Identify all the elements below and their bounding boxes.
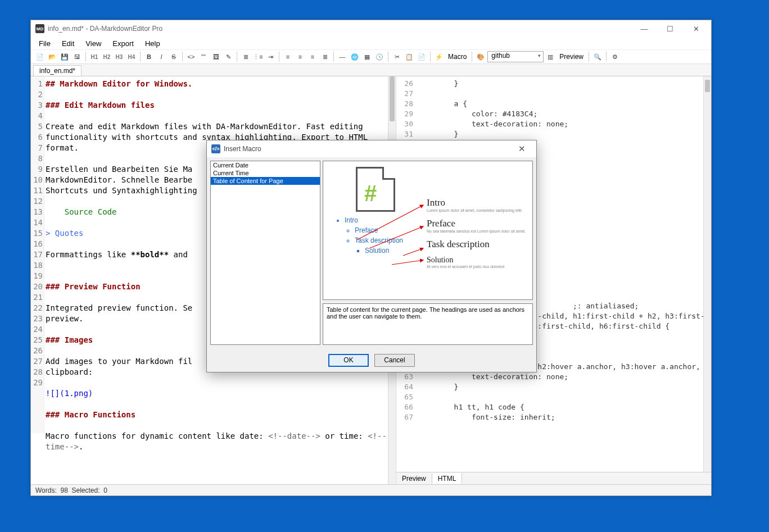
italic-button[interactable]: I — [156, 51, 167, 62]
align-center-icon[interactable]: ≡ — [295, 51, 306, 62]
separator — [430, 52, 431, 62]
macro-list[interactable]: Current DateCurrent TimeTable of Content… — [210, 161, 320, 345]
new-file-icon[interactable]: 📄 — [34, 51, 46, 62]
file-tabs: info_en.md* — [31, 64, 711, 76]
subtext-intro: Lorem ipsum dolor sit amet, consetetur s… — [427, 208, 528, 212]
preview-label[interactable]: Preview — [557, 53, 586, 61]
theme-select[interactable]: github — [487, 51, 544, 62]
macro-list-item[interactable]: Table of Content for Page — [211, 177, 320, 185]
align-left-icon[interactable]: ≡ — [282, 51, 293, 62]
dialog-icon: </> — [211, 144, 220, 153]
list-ol-icon[interactable]: ⋮≡ — [252, 51, 264, 62]
subtext-solution: At vero eos et accusam et justo duo dolo… — [427, 265, 528, 269]
justify-icon[interactable]: ≣ — [319, 51, 331, 62]
dialog-titlebar: </> Insert Macro ✕ — [207, 140, 536, 157]
h3-button[interactable]: H3 — [114, 51, 125, 62]
preview-toggle-icon[interactable]: ▥ — [545, 51, 556, 62]
macro-label[interactable]: Macro — [446, 53, 469, 61]
open-file-icon[interactable]: 📂 — [47, 51, 58, 62]
words-label: Words: — [35, 486, 57, 494]
tab-html[interactable]: HTML — [432, 473, 463, 484]
macro-preview: # Intro Preface Task description Solutio… — [323, 161, 533, 300]
list-ul-icon[interactable]: ≣ — [240, 51, 251, 62]
minimize-button[interactable]: — — [631, 20, 657, 37]
save-all-icon[interactable]: 🖫 — [71, 51, 83, 62]
separator — [237, 52, 237, 62]
tab-preview[interactable]: Preview — [396, 474, 432, 484]
menu-export[interactable]: Export — [108, 38, 138, 49]
toolbar: 📄 📂 💾 🖫 H1 H2 H3 H4 B I S <> "" 🖼 ✎ ≣ ⋮≡… — [31, 49, 711, 64]
separator — [472, 52, 472, 62]
heading-intro: Intro — [427, 197, 445, 208]
minus-icon[interactable]: — — [337, 51, 348, 62]
menu-help[interactable]: Help — [141, 38, 165, 49]
words-value: 98 — [60, 486, 67, 494]
line-gutter: 1234567891011121314151617181920212223242… — [31, 76, 44, 433]
globe-icon[interactable]: 🌐 — [349, 51, 360, 62]
insert-macro-dialog: </> Insert Macro ✕ Current DateCurrent T… — [206, 140, 537, 372]
clock-icon[interactable]: 🕓 — [374, 51, 385, 62]
highlight-icon[interactable]: ✎ — [223, 51, 234, 62]
heading-task: Task description — [427, 239, 490, 249]
selected-value: 0 — [103, 486, 107, 494]
document-hash-icon: # — [356, 167, 395, 212]
separator — [85, 52, 86, 62]
menu-view[interactable]: View — [81, 38, 106, 49]
separator — [606, 52, 607, 62]
quote-icon[interactable]: "" — [198, 51, 209, 62]
menu-edit[interactable]: Edit — [57, 38, 79, 49]
heading-preface: Preface — [427, 218, 455, 229]
selected-label: Selected: — [72, 486, 100, 494]
titlebar: MD info_en.md* - DA-MarkdownEditor Pro —… — [31, 20, 711, 37]
svg-line-3 — [392, 260, 423, 265]
maximize-button[interactable]: ☐ — [657, 20, 683, 37]
copy-icon[interactable]: 📋 — [404, 51, 415, 62]
ok-button[interactable]: OK — [328, 354, 369, 367]
menu-file[interactable]: File — [34, 38, 55, 49]
macro-list-item[interactable]: Current Time — [211, 169, 320, 177]
separator — [182, 52, 183, 62]
cut-icon[interactable]: ✂ — [391, 51, 402, 62]
strike-button[interactable]: S — [168, 51, 179, 62]
image-icon[interactable]: 🖼 — [210, 51, 221, 62]
close-button[interactable]: ✕ — [683, 20, 709, 37]
separator — [388, 52, 388, 62]
menubar: File Edit View Export Help — [31, 37, 711, 49]
align-right-icon[interactable]: ≡ — [307, 51, 318, 62]
separator — [140, 52, 141, 62]
h4-button[interactable]: H4 — [126, 51, 137, 62]
app-icon: MD — [35, 24, 44, 33]
preview-scrollbar[interactable] — [703, 76, 711, 472]
subtext-preface: No sea takimata sanctus est Lorem ipsum … — [427, 229, 528, 233]
heading-solution: Solution — [427, 256, 453, 264]
indent-icon[interactable]: ⇥ — [265, 51, 276, 62]
search-icon[interactable]: 🔍 — [592, 51, 603, 62]
bold-button[interactable]: B — [143, 51, 155, 62]
separator — [589, 52, 589, 62]
macro-list-item[interactable]: Current Date — [211, 161, 320, 169]
h1-button[interactable]: H1 — [89, 51, 100, 62]
macro-icon[interactable]: ⚡ — [433, 51, 445, 62]
theme-icon[interactable]: 🎨 — [475, 51, 486, 62]
separator — [279, 52, 279, 62]
table-icon[interactable]: ▦ — [361, 51, 373, 62]
code-icon[interactable]: <> — [186, 51, 197, 62]
save-icon[interactable]: 💾 — [59, 51, 70, 62]
cancel-button[interactable]: Cancel — [374, 354, 415, 367]
preview-tabs: Preview HTML — [396, 472, 711, 484]
statusbar: Words: 98 Selected: 0 — [31, 484, 711, 495]
paste-icon[interactable]: 📄 — [416, 51, 427, 62]
file-tab[interactable]: info_en.md* — [33, 65, 82, 76]
dialog-close-button[interactable]: ✕ — [510, 142, 533, 156]
macro-description: Table of content for the current page. T… — [323, 303, 533, 345]
dialog-title: Insert Macro — [224, 145, 510, 153]
separator — [333, 52, 334, 62]
preview-headings: IntroLorem ipsum dolor sit amet, consete… — [427, 197, 528, 274]
window-title: info_en.md* - DA-MarkdownEditor Pro — [48, 25, 631, 33]
h2-button[interactable]: H2 — [101, 51, 112, 62]
settings-icon[interactable]: ⚙ — [609, 51, 621, 62]
